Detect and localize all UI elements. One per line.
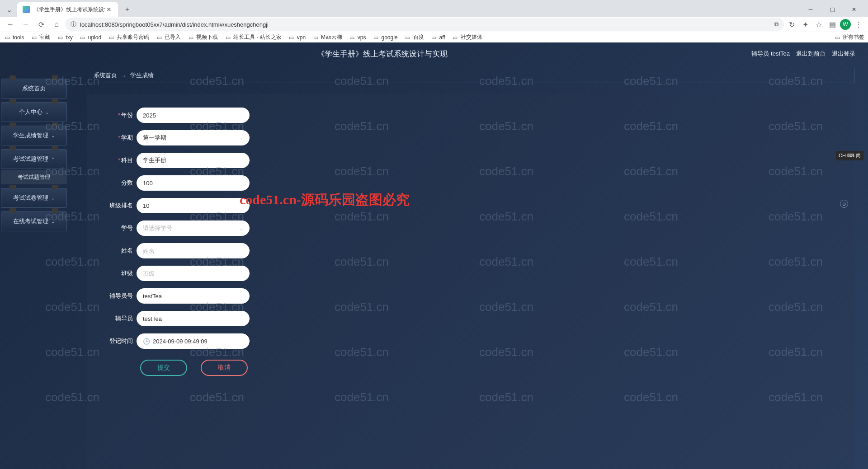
bookmark-item[interactable]: ▭共享账号密码: [108, 33, 149, 41]
subject-input[interactable]: [137, 153, 250, 168]
bookmark-item[interactable]: ▭vps: [349, 33, 366, 41]
folder-icon: ▭: [404, 34, 411, 41]
chevron-down-icon: ⌄: [45, 110, 49, 115]
nav-forward-button[interactable]: →: [19, 18, 33, 31]
breadcrumb: 系统首页 → 学生成绩: [87, 68, 854, 83]
reader-icon[interactable]: ▤: [826, 19, 838, 30]
rank-label: 班级排名: [100, 202, 137, 210]
studentno-select[interactable]: 请选择学号⌄: [137, 220, 250, 236]
sidebar-sub-question-mgmt[interactable]: 考试试题管理: [1, 170, 67, 184]
folder-icon: ▭: [372, 34, 379, 41]
subject-label: 科目: [100, 156, 137, 164]
app-root: 《学生手册》线上考试系统设计与实现 辅导员 testTea 退出到前台 退出登录…: [0, 42, 868, 469]
chevron-down-icon: ⌄: [51, 133, 55, 138]
app-title: 《学生手册》线上考试系统设计与实现: [13, 49, 751, 59]
tab-title: 《学生手册》线上考试系统设:: [33, 6, 105, 14]
cancel-button[interactable]: 取消: [201, 360, 248, 376]
breadcrumb-current: 学生成绩: [130, 71, 154, 80]
sidebar-item-home[interactable]: 系统首页: [1, 79, 67, 98]
browser-tab[interactable]: 《学生手册》线上考试系统设: ✕: [17, 2, 118, 17]
advisor-label: 辅导员: [100, 314, 137, 323]
bookmark-item[interactable]: ▭google: [372, 33, 397, 41]
bookmark-item[interactable]: ▭vpn: [288, 33, 306, 41]
sidebar: 系统首页 个人中心⌄ 学生成绩管理⌄ 考试试题管理⌃ 考试试题管理 考试试卷管理…: [0, 65, 71, 469]
reload-button[interactable]: ⟳: [34, 18, 48, 31]
advisor-input[interactable]: [137, 311, 250, 326]
sidebar-item-grade-mgmt[interactable]: 学生成绩管理⌄: [1, 126, 67, 145]
folder-icon: ▭: [108, 34, 115, 41]
bookmark-item[interactable]: ▭uplod: [79, 33, 101, 41]
site-info-icon: ⓘ: [71, 20, 76, 28]
score-label: 分数: [100, 179, 137, 187]
bookmark-star-icon[interactable]: ☆: [813, 19, 825, 30]
menu-icon[interactable]: ⋮: [853, 19, 864, 30]
class-input[interactable]: [137, 266, 250, 281]
share-icon[interactable]: ⧉: [774, 21, 778, 28]
bookmark-item[interactable]: ▭视频下载: [187, 33, 218, 41]
semester-label: 学期: [100, 134, 137, 142]
year-input[interactable]: [137, 108, 250, 123]
folder-icon: ▭: [30, 34, 38, 41]
window-controls: ─ ▢ ✕: [800, 2, 864, 17]
folder-icon: ▭: [156, 34, 163, 41]
folder-icon: ▭: [349, 34, 356, 41]
breadcrumb-sep-icon: →: [121, 72, 127, 79]
submit-button[interactable]: 提交: [140, 360, 187, 376]
nav-back-button[interactable]: ←: [4, 18, 17, 31]
folder-icon: ▭: [224, 34, 231, 41]
bookmark-item[interactable]: ▭社交媒体: [452, 33, 482, 41]
bookmark-item[interactable]: ▭Max云梯: [312, 33, 342, 41]
logout-button[interactable]: 退出登录: [832, 50, 855, 58]
chevron-down-icon: ⌄: [51, 196, 55, 201]
sidebar-item-online-exam[interactable]: 在线考试管理⌄: [1, 211, 67, 231]
url-input[interactable]: ⓘ localhost:8080/springboot05xx7/admin/d…: [65, 18, 784, 31]
close-button[interactable]: ✕: [844, 2, 864, 17]
regtime-label: 登记时间: [100, 337, 137, 345]
url-text: localhost:8080/springboot05xx7/admin/dis…: [80, 21, 771, 28]
all-bookmarks[interactable]: ▭ 所有书签: [834, 33, 864, 41]
form-panel: 年份 学期第一学期⌄ 科目 分数 班级排名 学号请选择学号⌄ 姓名 班级 辅导员…: [87, 94, 854, 469]
folder-icon: ▭: [430, 34, 438, 41]
bookmark-item[interactable]: ▭站长工具 - 站长之家: [224, 33, 282, 41]
sync-icon[interactable]: ↻: [786, 19, 797, 30]
bookmark-item[interactable]: ▭aff: [430, 33, 445, 41]
regtime-picker[interactable]: 🕒2024-09-09 09:49:09: [137, 333, 250, 349]
folder-icon: ▭: [57, 34, 64, 41]
bookmark-item[interactable]: ▭txy: [57, 33, 72, 41]
advisorno-label: 辅导员号: [100, 292, 137, 300]
tab-search-chevron[interactable]: ⌄: [4, 4, 14, 15]
main-content: 系统首页 → 学生成绩 年份 学期第一学期⌄ 科目 分数 班级排名 学号请选择学…: [71, 65, 868, 469]
bookmark-item[interactable]: ▭tools: [4, 33, 24, 41]
class-label: 班级: [100, 269, 137, 277]
folder-icon: ▭: [452, 34, 459, 41]
tab-bar: ⌄ 《学生手册》线上考试系统设: ✕ + ─ ▢ ✕: [0, 0, 868, 17]
extensions-icon[interactable]: ✦: [799, 19, 811, 30]
studentno-label: 学号: [100, 224, 137, 232]
name-label: 姓名: [100, 247, 137, 255]
bookmark-item[interactable]: ▭百度: [404, 33, 424, 41]
maximize-button[interactable]: ▢: [822, 2, 843, 17]
profile-avatar[interactable]: W: [840, 19, 851, 30]
bookmark-item[interactable]: ▭宝藏: [30, 33, 50, 41]
new-tab-button[interactable]: +: [121, 3, 133, 16]
name-input[interactable]: [137, 243, 250, 258]
tab-close-icon[interactable]: ✕: [105, 6, 113, 13]
score-input[interactable]: [137, 175, 250, 191]
header-user[interactable]: 辅导员 testTea: [751, 50, 790, 58]
close-panel-icon[interactable]: ⊙: [840, 200, 848, 208]
sidebar-item-question-mgmt[interactable]: 考试试题管理⌃: [1, 149, 67, 169]
folder-icon: ▭: [4, 34, 11, 41]
minimize-button[interactable]: ─: [800, 2, 821, 17]
home-button[interactable]: ⌂: [50, 18, 63, 31]
ime-indicator: CH ⌨ 简: [836, 151, 863, 160]
advisorno-input[interactable]: [137, 288, 250, 304]
favicon-icon: [23, 6, 30, 13]
rank-input[interactable]: [137, 198, 250, 213]
logout-front-button[interactable]: 退出到前台: [796, 50, 826, 58]
sidebar-item-user-center[interactable]: 个人中心⌄: [1, 102, 67, 122]
sidebar-item-paper-mgmt[interactable]: 考试试卷管理⌄: [1, 188, 67, 208]
clock-icon: 🕒: [143, 338, 150, 345]
breadcrumb-home[interactable]: 系统首页: [94, 71, 117, 80]
bookmark-item[interactable]: ▭已导入: [156, 33, 181, 41]
semester-select[interactable]: 第一学期⌄: [137, 130, 250, 145]
